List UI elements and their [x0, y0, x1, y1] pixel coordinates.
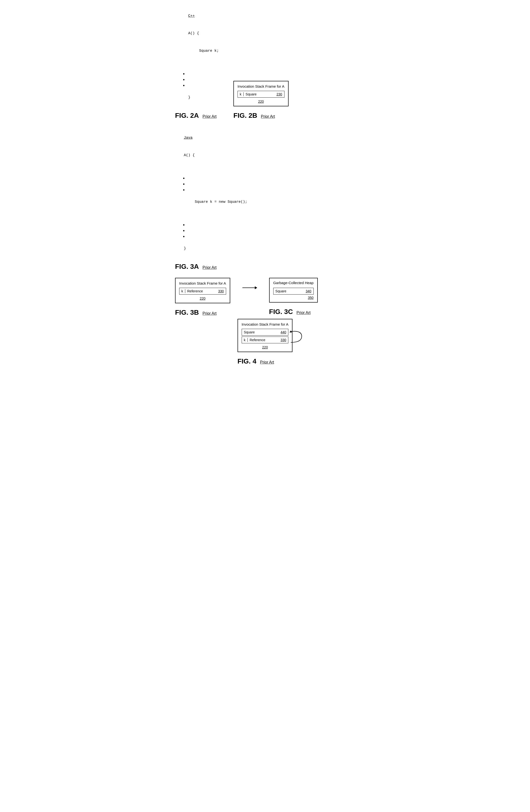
fig-3b-type: Reference — [187, 289, 214, 293]
fig-4-row1: Square 440 — [242, 329, 289, 336]
fig-2b-label: FIG. 2B — [233, 112, 257, 119]
fig-3a-line3: Square k = new Square(); — [184, 200, 247, 204]
fig-4-title: Invocation Stack Frame for A — [242, 322, 289, 327]
fig-4-prior-art: Prior Art — [260, 360, 274, 364]
fig-2b-num: 230 — [276, 92, 282, 96]
fig-3a-close: } — [184, 246, 186, 250]
fig-3b-frame: Invocation Stack Frame for A k Reference… — [175, 278, 230, 303]
fig-3c-heap: Garbage-Collected Heap Square 340 350 — [269, 278, 318, 303]
fig-3b-container: Invocation Stack Frame for A k Reference… — [175, 278, 230, 316]
fig-4-type1: Square — [244, 330, 277, 334]
fig-2a-container: C++ A() { Square k; • • • } FIG. 2A Prio… — [175, 7, 219, 119]
fig-4-label: FIG. 4 — [238, 358, 256, 365]
fig-4-curved-arrow — [290, 329, 304, 348]
fig-2a-code: C++ A() { Square k; • • • } — [175, 7, 219, 106]
fig-2b-prior-art: Prior Art — [261, 114, 275, 119]
fig-3c-footer: 350 — [273, 296, 313, 300]
fig-3a-line1: A() { — [184, 153, 195, 157]
fig-3b-3c-arrow — [242, 278, 257, 288]
fig-3a-label-row: FIG. 3A Prior Art — [175, 260, 217, 271]
fig-2a-label-row: FIG. 2A Prior Art — [175, 109, 217, 119]
fig-4-type2: Reference — [250, 338, 277, 342]
fig-2a-language: C++ — [188, 14, 195, 18]
fig-3b-row: k Reference 330 — [179, 288, 226, 294]
fig-2b-label-row: FIG. 2B Prior Art — [233, 109, 275, 119]
fig-4-footer: 220 — [242, 345, 289, 349]
fig-3b-3c-row: Invocation Stack Frame for A k Reference… — [175, 278, 355, 316]
fig-3a-dots1: • • • — [175, 176, 247, 193]
fig-3a-prior-art: Prior Art — [203, 265, 217, 270]
fig-4-frame: Invocation Stack Frame for A Square 440 … — [238, 319, 293, 352]
fig-2a-label: FIG. 2A — [175, 112, 199, 119]
fig-4-num1: 440 — [281, 330, 286, 334]
fig-2a-line2: Square k; — [188, 49, 219, 53]
arrow-line — [242, 288, 257, 288]
fig-3c-type: Square — [276, 289, 302, 293]
fig-3a-code: Java A() { • • • Square k = new Square()… — [175, 129, 247, 257]
fig-4-num2: 330 — [281, 338, 286, 342]
fig-3c-prior-art: Prior Art — [297, 310, 311, 315]
fig-3c-heap-title: Garbage-Collected Heap — [273, 281, 313, 285]
fig-3b-num: 330 — [218, 289, 224, 293]
fig-2b-type: Square — [246, 92, 273, 96]
fig-3b-prior-art: Prior Art — [203, 311, 217, 316]
fig-4-key: k — [244, 338, 248, 342]
fig-3c-num: 340 — [306, 289, 311, 293]
fig-3c-container: Garbage-Collected Heap Square 340 350 FI… — [269, 278, 318, 316]
fig-4-col: Invocation Stack Frame for A Square 440 … — [238, 319, 293, 365]
fig-3b-label-row: FIG. 3B Prior Art — [175, 306, 217, 316]
fig-3b-key: k — [181, 289, 185, 293]
fig-4-row2: k Reference 330 — [242, 336, 289, 343]
fig-4-container: Invocation Stack Frame for A Square 440 … — [175, 319, 355, 365]
fig-3a-language: Java — [184, 136, 193, 140]
fig-3b-label: FIG. 3B — [175, 309, 199, 316]
fig-4-label-row: FIG. 4 Prior Art — [238, 355, 274, 365]
fig-2b-container: Invocation Stack Frame for A k Square 23… — [233, 81, 289, 119]
fig-3c-label: FIG. 3C — [269, 308, 293, 316]
fig-2b-footer: 220 — [238, 100, 284, 103]
fig-2b-key: k — [240, 92, 243, 96]
fig-3b-footer: 220 — [179, 296, 226, 300]
fig-3c-label-row: FIG. 3C Prior Art — [269, 305, 311, 316]
fig-3b-title: Invocation Stack Frame for A — [179, 281, 226, 286]
fig-2b-frame: Invocation Stack Frame for A k Square 23… — [233, 81, 289, 106]
fig-2a-line1: A() { — [188, 31, 199, 35]
fig-2b-title: Invocation Stack Frame for A — [238, 84, 284, 89]
fig-3a-container: Java A() { • • • Square k = new Square()… — [175, 129, 355, 271]
fig-3c-heap-row: Square 340 — [273, 288, 313, 294]
fig-3a-dots2: • • • — [175, 222, 247, 240]
fig-2a-dots: • • • — [175, 71, 219, 89]
fig-2a-close: } — [188, 96, 190, 100]
fig-2a-prior-art: Prior Art — [203, 114, 217, 119]
fig-4-inner: Invocation Stack Frame for A Square 440 … — [238, 319, 293, 352]
fig-2b-row: k Square 230 — [238, 91, 284, 98]
fig-3a-label: FIG. 3A — [175, 263, 199, 271]
